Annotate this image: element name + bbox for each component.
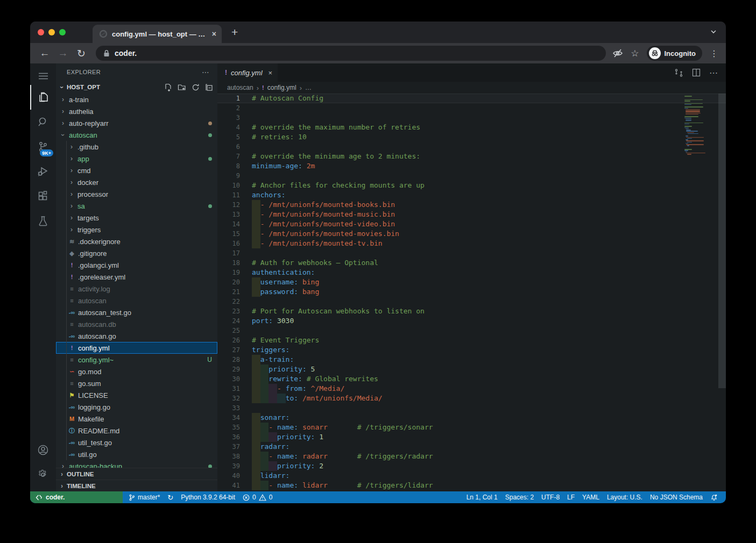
browser-menu-icon[interactable]: ⋮ xyxy=(710,48,718,59)
code-line-39[interactable]: 39 priority: 2 xyxy=(217,461,726,471)
code-line-28[interactable]: 28 a-train: xyxy=(217,355,726,365)
eye-off-icon[interactable] xyxy=(612,48,623,59)
code-line-31[interactable]: 31 - from: ^/Media/ xyxy=(217,384,726,394)
keyboard-layout-item[interactable]: Layout: U.S. xyxy=(603,494,646,501)
tree-item-triggers[interactable]: ›triggers xyxy=(56,224,217,235)
indentation-item[interactable]: Spaces: 2 xyxy=(501,494,538,501)
code-line-5[interactable]: 5# retries: 10 xyxy=(217,132,726,142)
minimize-window-button[interactable] xyxy=(48,29,55,35)
code-line-29[interactable]: 29 priority: 5 xyxy=(217,365,726,374)
encoding-item[interactable]: UTF-8 xyxy=(538,494,563,501)
tree-item-autoscan[interactable]: ≡autoscan xyxy=(56,295,217,306)
minimap[interactable] xyxy=(683,94,718,491)
tab-search-chevron-icon[interactable] xyxy=(710,28,717,35)
code-line-13[interactable]: 13 - /mnt/unionfs/mounted-music.bin xyxy=(217,210,726,219)
code-line-3[interactable]: 3 xyxy=(217,113,726,123)
split-editor-icon[interactable] xyxy=(692,68,701,77)
tree-item-logging.go[interactable]: -∞logging.go xyxy=(56,401,217,413)
tree-item-config.yml-[interactable]: ≡config.yml~U xyxy=(56,354,217,366)
python-interpreter-item[interactable]: Python 3.9.2 64-bit xyxy=(177,494,239,501)
code-line-21[interactable]: 21 password: bang xyxy=(217,287,726,297)
run-debug-icon[interactable] xyxy=(30,159,56,184)
source-control-icon[interactable]: 9K+ xyxy=(30,134,56,159)
code-line-30[interactable]: 30 rewrite: # Global rewrites xyxy=(217,374,726,384)
testing-icon[interactable] xyxy=(30,209,56,233)
refresh-icon[interactable] xyxy=(192,83,200,91)
remote-indicator[interactable]: coder. xyxy=(30,491,123,503)
tree-item-processor[interactable]: ›processor xyxy=(56,188,217,200)
code-line-2[interactable]: 2 xyxy=(217,103,726,113)
tree-item-targets[interactable]: ›targets xyxy=(56,212,217,224)
close-window-button[interactable] xyxy=(38,29,44,35)
code-line-33[interactable]: 33 xyxy=(217,403,726,413)
tree-item-.gitignore[interactable]: ◆.gitignore xyxy=(56,247,217,259)
outline-section[interactable]: ›OUTLINE xyxy=(56,468,217,480)
tree-item-autoscan.db[interactable]: ≡autoscan.db xyxy=(56,318,217,330)
tree-item-readme.md[interactable]: ⓘREADME.md xyxy=(56,425,217,437)
tree-item-.github[interactable]: ›.github xyxy=(56,141,217,153)
code-line-17[interactable]: 17 xyxy=(217,248,726,258)
forward-button[interactable]: → xyxy=(55,47,71,59)
editor-tab-configyml[interactable]: ! config.yml × xyxy=(217,63,278,82)
window-controls[interactable] xyxy=(30,29,73,35)
tree-item-authelia[interactable]: ›authelia xyxy=(56,105,217,117)
tree-item-docker[interactable]: ›docker xyxy=(56,176,217,188)
tree-item-a-train[interactable]: ›a-train xyxy=(56,94,217,105)
tab-close-icon[interactable]: × xyxy=(212,30,216,38)
tree-item-config.yml[interactable]: !config.yml xyxy=(56,342,217,354)
extensions-icon[interactable] xyxy=(30,184,56,209)
breadcrumb-folder[interactable]: autoscan xyxy=(227,84,253,91)
problems-item[interactable]: 0 0 xyxy=(239,494,276,501)
workspace-section-header[interactable]: › HOST_OPT xyxy=(56,81,217,94)
breadcrumb[interactable]: autoscan › ! config.yml › … xyxy=(217,82,726,94)
code-area[interactable]: 1# Autoscan Config234# override the maxi… xyxy=(217,94,726,491)
tree-item-autoscan-backup[interactable]: ›autoscan-backup xyxy=(56,460,217,468)
code-line-19[interactable]: 19authentication: xyxy=(217,268,726,277)
code-line-36[interactable]: 36 priority: 1 xyxy=(217,432,726,442)
browser-tab[interactable]: config.yml — host_opt — code × xyxy=(93,25,222,43)
code-lines[interactable]: 1# Autoscan Config234# override the maxi… xyxy=(217,94,726,491)
back-button[interactable]: ← xyxy=(37,47,53,59)
code-line-26[interactable]: 26# Event Triggers xyxy=(217,335,726,345)
code-line-1[interactable]: 1# Autoscan Config xyxy=(217,94,726,103)
tree-item-autoscan[interactable]: ›autoscan xyxy=(56,129,217,141)
sidebar-more-actions-icon[interactable]: ⋯ xyxy=(202,68,210,76)
tree-item-app[interactable]: ›app xyxy=(56,153,217,165)
tree-item-autoscan.go[interactable]: -∞autoscan.go xyxy=(56,330,217,342)
code-line-10[interactable]: 10# Anchor files for checking mounts are… xyxy=(217,181,726,190)
code-line-24[interactable]: 24port: 3030 xyxy=(217,316,726,326)
language-mode-item[interactable]: YAML xyxy=(578,494,603,501)
sync-changes-item[interactable]: ↻ xyxy=(164,494,177,502)
editor-tab-close-icon[interactable]: × xyxy=(269,69,273,77)
code-line-38[interactable]: 38 - name: radarr # /triggers/radarr xyxy=(217,452,726,461)
tree-item-autoscan-test.go[interactable]: -∞autoscan_test.go xyxy=(56,306,217,318)
tree-item-activity.log[interactable]: ≡activity.log xyxy=(56,283,217,295)
tree-item-makefile[interactable]: MMakefile xyxy=(56,413,217,425)
tree-item-go.sum[interactable]: ≡go.sum xyxy=(56,377,217,389)
git-branch-item[interactable]: master* xyxy=(125,494,164,501)
tree-item-license[interactable]: ⚑LICENSE xyxy=(56,389,217,401)
code-line-14[interactable]: 14 - /mnt/unionfs/mounted-video.bin xyxy=(217,219,726,229)
code-line-37[interactable]: 37 radarr: xyxy=(217,442,726,452)
code-line-34[interactable]: 34 sonarr: xyxy=(217,413,726,423)
address-bar[interactable]: coder. xyxy=(96,46,606,61)
open-changes-icon[interactable] xyxy=(674,68,683,77)
code-line-7[interactable]: 7# override the minimum age to 2 minutes… xyxy=(217,152,726,161)
breadcrumb-file[interactable]: config.yml xyxy=(267,84,296,91)
code-line-20[interactable]: 20 username: bing xyxy=(217,277,726,287)
tree-item-.golangci.yml[interactable]: !.golangci.yml xyxy=(56,259,217,271)
code-line-25[interactable]: 25 xyxy=(217,326,726,335)
code-line-23[interactable]: 23# Port for Autoscan webhooks to listen… xyxy=(217,306,726,316)
bookmark-star-icon[interactable]: ☆ xyxy=(631,48,639,59)
explorer-icon[interactable] xyxy=(30,85,56,110)
code-line-35[interactable]: 35 - name: sonarr # /triggers/sonarr xyxy=(217,423,726,432)
search-icon[interactable] xyxy=(30,110,56,134)
timeline-section[interactable]: ›TIMELINE xyxy=(56,480,217,491)
new-file-icon[interactable] xyxy=(164,83,172,91)
account-icon[interactable] xyxy=(30,438,56,462)
tree-item-sa[interactable]: ›sa xyxy=(56,200,217,212)
code-line-18[interactable]: 18# Auth for webhooks — Optional xyxy=(217,258,726,268)
editor-more-actions-icon[interactable]: ⋯ xyxy=(709,68,718,78)
tree-item-.goreleaser.yml[interactable]: !.goreleaser.yml xyxy=(56,271,217,283)
zoom-window-button[interactable] xyxy=(59,29,66,35)
